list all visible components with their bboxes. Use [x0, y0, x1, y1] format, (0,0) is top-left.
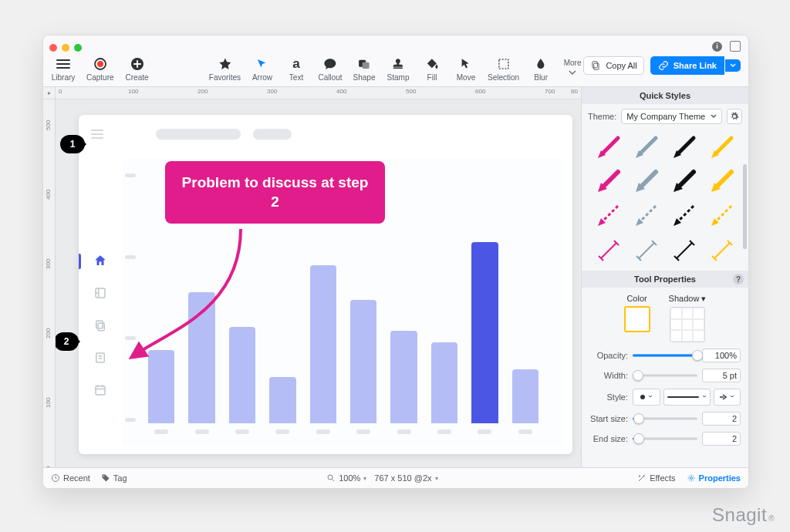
- quick-style-swatch[interactable]: [627, 232, 665, 266]
- svg-line-38: [601, 243, 616, 258]
- tag-button[interactable]: Tag: [101, 473, 127, 483]
- zoom-control[interactable]: 100% ▾: [326, 473, 366, 483]
- copy-all-button[interactable]: Copy All: [583, 56, 643, 75]
- chart-bar: [431, 342, 457, 434]
- svg-line-15: [603, 138, 618, 153]
- svg-rect-10: [96, 321, 103, 328]
- quick-style-swatch[interactable]: [627, 198, 665, 232]
- width-value[interactable]: 5 pt: [702, 369, 741, 382]
- shadow-label: Shadow ▾: [669, 294, 707, 304]
- callout-annotation[interactable]: Problem to discuss at step 2: [165, 161, 385, 224]
- theme-label: Theme:: [588, 112, 616, 121]
- end-size-slider[interactable]: [633, 433, 697, 444]
- quick-style-swatch[interactable]: [703, 232, 741, 266]
- gear-icon: [687, 473, 696, 483]
- quick-style-swatch[interactable]: [703, 130, 741, 164]
- recent-button[interactable]: Recent: [51, 473, 90, 483]
- app-window: i Library Capture: [42, 35, 749, 489]
- quick-style-swatch[interactable]: [703, 164, 741, 198]
- create-button[interactable]: Create: [125, 56, 150, 82]
- quick-style-swatch[interactable]: [589, 130, 627, 164]
- start-size-slider[interactable]: [633, 413, 697, 424]
- shape-tool[interactable]: Shape: [352, 56, 376, 82]
- quick-style-swatch[interactable]: [627, 164, 665, 198]
- captured-image[interactable]: Problem to discuss at step 2: [79, 115, 572, 454]
- link-icon: [658, 60, 669, 71]
- window-zoom-button[interactable]: [74, 44, 82, 52]
- y-axis-ticks: [125, 173, 136, 422]
- chevron-down-icon: [565, 69, 580, 76]
- stamp-icon: [390, 56, 406, 72]
- quick-style-swatch[interactable]: [589, 198, 627, 232]
- ruler-origin: ▸: [43, 87, 56, 99]
- svg-line-23: [604, 172, 618, 186]
- opacity-label: Opacity:: [589, 351, 628, 360]
- svg-line-44: [677, 243, 692, 258]
- more-label: More: [564, 59, 582, 67]
- opacity-slider[interactable]: [633, 350, 697, 361]
- quick-style-swatch[interactable]: [703, 198, 741, 232]
- library-button[interactable]: Library: [51, 56, 76, 82]
- more-tools[interactable]: More: [562, 56, 582, 82]
- quick-style-swatch[interactable]: [665, 130, 703, 164]
- fill-tool[interactable]: Fill: [420, 56, 444, 82]
- effects-button[interactable]: Effects: [637, 473, 675, 483]
- svg-line-33: [641, 206, 656, 221]
- theme-value: My Company Theme: [626, 112, 705, 121]
- end-cap-picker[interactable]: [714, 389, 741, 406]
- width-slider[interactable]: [633, 370, 697, 381]
- shadow-direction-picker[interactable]: [670, 307, 705, 342]
- properties-button[interactable]: Properties: [687, 473, 741, 483]
- svg-point-1: [97, 61, 103, 67]
- style-label: Style:: [589, 392, 628, 402]
- chart-bar: [310, 265, 336, 434]
- tool-properties-header: Tool Properties ?: [582, 271, 748, 288]
- move-tool[interactable]: Move: [454, 56, 478, 82]
- gear-icon: [730, 112, 739, 121]
- chart-bar: [229, 327, 255, 434]
- page-icon: [93, 351, 107, 365]
- quick-style-swatch[interactable]: [665, 232, 703, 266]
- color-swatch[interactable]: [624, 306, 650, 332]
- quick-style-swatch[interactable]: [589, 232, 627, 266]
- blur-tool[interactable]: Blur: [528, 56, 553, 82]
- start-cap-picker[interactable]: [633, 389, 660, 406]
- step-marker-1[interactable]: 1: [60, 135, 85, 153]
- chevron-down-icon: [702, 395, 707, 399]
- dimensions-control[interactable]: 767 x 510 @2x ▾: [374, 473, 437, 483]
- quick-style-swatch[interactable]: [665, 164, 703, 198]
- canvas[interactable]: Problem to discuss at step 2: [56, 99, 581, 467]
- selection-tool[interactable]: Selection: [488, 56, 519, 82]
- expand-icon[interactable]: [730, 41, 741, 52]
- magnifier-icon: [326, 473, 336, 483]
- bucket-icon: [424, 56, 440, 72]
- share-link-button[interactable]: Share Link: [650, 56, 724, 75]
- wand-icon: [637, 473, 647, 483]
- step-marker-2[interactable]: 2: [56, 332, 79, 351]
- quick-style-swatch[interactable]: [589, 164, 627, 198]
- share-dropdown[interactable]: [725, 59, 741, 72]
- theme-dropdown[interactable]: My Company Theme: [621, 109, 722, 124]
- info-icon[interactable]: i: [712, 42, 722, 52]
- theme-settings-button[interactable]: [727, 109, 742, 124]
- record-icon: [93, 56, 108, 72]
- selection-icon: [496, 56, 511, 72]
- favorites-tool[interactable]: Favorites: [209, 56, 241, 82]
- window-close-button[interactable]: [49, 44, 57, 52]
- toolbar: Library Capture Create: [43, 52, 748, 87]
- opacity-value[interactable]: 100%: [702, 348, 741, 362]
- stamp-tool[interactable]: Stamp: [386, 56, 410, 82]
- scrollbar-thumb[interactable]: [743, 164, 747, 249]
- quick-style-swatch[interactable]: [627, 130, 665, 164]
- line-style-picker[interactable]: [663, 389, 711, 406]
- end-size-value[interactable]: 2: [702, 432, 741, 446]
- quick-style-swatch[interactable]: [665, 198, 703, 232]
- start-size-value[interactable]: 2: [702, 412, 741, 426]
- chevron-down-icon: ▾: [363, 475, 366, 482]
- capture-button[interactable]: Capture: [86, 56, 114, 82]
- window-minimize-button[interactable]: [62, 44, 69, 52]
- help-icon[interactable]: ?: [733, 274, 744, 285]
- callout-tool[interactable]: Callout: [318, 56, 343, 82]
- arrow-tool[interactable]: Arrow: [250, 56, 275, 82]
- text-tool[interactable]: a Text: [284, 56, 309, 82]
